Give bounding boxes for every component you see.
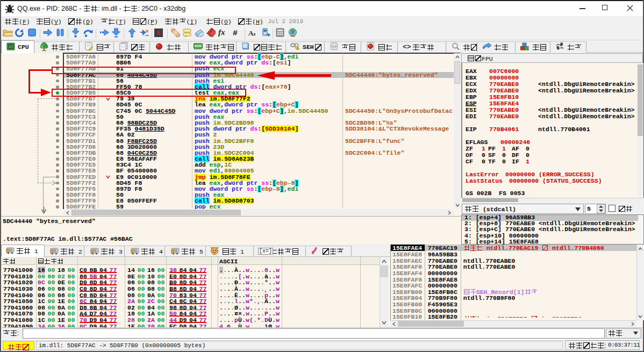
svg-text:!: ! bbox=[297, 47, 298, 50]
svg-text:<>: <> bbox=[332, 45, 337, 49]
svg-text:32: 32 bbox=[9, 45, 13, 49]
